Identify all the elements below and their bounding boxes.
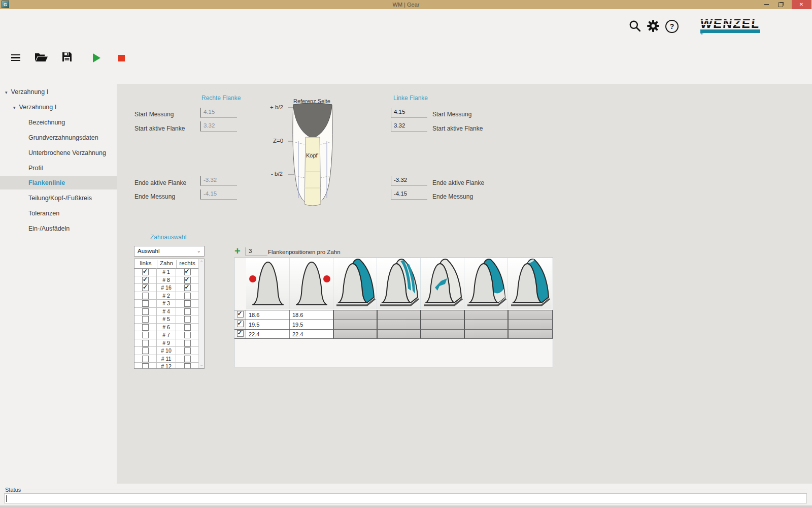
field-ende-messung-right[interactable]: -4.15 xyxy=(200,189,237,200)
sidebar-item-profil[interactable]: Profil xyxy=(28,165,43,172)
position-row-checkbox[interactable] xyxy=(237,321,244,327)
checkbox-rechts[interactable] xyxy=(184,332,191,338)
checkbox-links[interactable] xyxy=(142,316,149,323)
position-value-cell[interactable]: 22.4 xyxy=(246,330,290,338)
sidebar-item-verzahnung-root[interactable]: Verzahnung I xyxy=(5,88,48,96)
sidebar-item-grundverzahnungsdaten[interactable]: Grundverzahnungsdaten xyxy=(28,134,98,141)
checkbox-rechts[interactable] xyxy=(184,293,191,299)
position-value-cell[interactable]: 18.6 xyxy=(290,310,333,320)
zahn-row[interactable]: # 12 xyxy=(134,363,198,369)
checkbox-links[interactable] xyxy=(142,347,149,354)
scroll-up-icon[interactable] xyxy=(199,260,204,265)
help-icon[interactable]: ? xyxy=(665,20,679,33)
zahn-row[interactable]: # 16 xyxy=(134,284,198,292)
position-disabled-cell xyxy=(333,320,377,329)
checkbox-rechts[interactable] xyxy=(184,269,191,275)
zahn-row[interactable]: # 2 xyxy=(134,292,198,300)
open-folder-icon[interactable] xyxy=(35,51,48,65)
status-groupbox-line xyxy=(24,490,808,490)
field-start-aktive-right[interactable]: 3.32 xyxy=(200,121,237,132)
settings-gear-icon[interactable] xyxy=(647,19,660,35)
flank-icon-full-flank[interactable] xyxy=(333,258,377,309)
sidebar-item-verzahnung-child[interactable]: Verzahnung I xyxy=(13,104,56,111)
menu-icon[interactable] xyxy=(11,53,20,62)
checkbox-links[interactable] xyxy=(142,324,149,331)
logo-underline-bar xyxy=(700,29,760,33)
checkbox-links[interactable] xyxy=(142,284,149,291)
scroll-down-icon[interactable] xyxy=(199,363,204,367)
sidebar-item-unterbrochene-verzahnung[interactable]: Unterbrochene Verzahnung xyxy=(28,149,106,156)
stop-icon[interactable] xyxy=(118,55,125,61)
sidebar-item-teilung-kopf-fusskreis[interactable]: Teilung/Kopf-/Fußkreis xyxy=(28,195,92,202)
field-start-messung-right[interactable]: 4.15 xyxy=(200,108,237,118)
save-icon[interactable] xyxy=(61,51,73,65)
flank-icon-area-alt[interactable] xyxy=(508,258,552,309)
position-row-checkbox[interactable] xyxy=(237,311,244,318)
checkbox-links[interactable] xyxy=(142,356,149,362)
label-start-aktive-right: Start aktive Flanke xyxy=(134,125,185,132)
zahn-row[interactable]: # 4 xyxy=(134,308,198,316)
zahn-row[interactable]: # 1 xyxy=(134,268,198,276)
position-value-cell[interactable]: 19.5 xyxy=(290,320,333,329)
flank-icon-area[interactable] xyxy=(464,258,508,309)
flank-icon-single-point[interactable] xyxy=(421,258,464,309)
sidebar-item-flankenlinie[interactable]: Flankenlinie xyxy=(28,179,65,186)
position-value-cell[interactable]: 18.6 xyxy=(246,310,290,320)
search-icon[interactable] xyxy=(628,19,641,35)
checkbox-links[interactable] xyxy=(142,277,149,283)
field-ende-messung-left[interactable]: -4.15 xyxy=(391,189,427,200)
checkbox-links[interactable] xyxy=(142,293,149,299)
zahn-row[interactable]: # 3 xyxy=(134,300,198,308)
minimize-button[interactable] xyxy=(760,0,772,9)
flank-icon-lines[interactable] xyxy=(377,258,421,309)
position-value-cell[interactable]: 19.5 xyxy=(246,320,290,329)
checkbox-links[interactable] xyxy=(142,363,149,369)
checkbox-rechts[interactable] xyxy=(184,284,191,291)
zahn-row[interactable]: # 5 xyxy=(134,315,198,324)
checkbox-rechts[interactable] xyxy=(184,308,191,315)
field-ende-aktive-right[interactable]: -3.32 xyxy=(200,176,237,186)
close-button[interactable]: ✕ xyxy=(792,0,811,9)
sidebar-item-bezeichnung[interactable]: Bezeichnung xyxy=(28,119,65,126)
checkbox-links[interactable] xyxy=(142,269,149,275)
add-position-button[interactable]: + xyxy=(234,246,241,256)
run-play-icon[interactable] xyxy=(93,53,100,62)
zahn-row[interactable]: # 8 xyxy=(134,276,198,284)
field-ende-aktive-left[interactable]: -3.32 xyxy=(391,176,427,186)
sidebar-item-toleranzen[interactable]: Toleranzen xyxy=(28,210,59,217)
checkbox-rechts[interactable] xyxy=(184,300,191,307)
zahn-table-scrollbar[interactable] xyxy=(198,259,204,368)
zahn-number: # 5 xyxy=(157,315,176,323)
checkbox-links[interactable] xyxy=(142,308,149,315)
field-start-aktive-left[interactable]: 3.32 xyxy=(391,121,427,132)
flank-icon-point-left[interactable] xyxy=(246,258,290,309)
zahn-row[interactable]: # 11 xyxy=(134,355,198,363)
checkbox-links[interactable] xyxy=(142,332,149,338)
auswahl-dropdown[interactable]: Auswahl xyxy=(134,246,205,257)
positions-count-field[interactable]: 3 xyxy=(246,247,267,256)
checkbox-rechts[interactable] xyxy=(184,277,191,283)
position-value-cell[interactable]: 22.4 xyxy=(290,330,333,338)
checkbox-rechts[interactable] xyxy=(184,316,191,323)
status-bar-input[interactable] xyxy=(4,493,807,503)
position-row-checkbox[interactable] xyxy=(237,330,244,337)
checkbox-rechts[interactable] xyxy=(184,363,191,369)
maximize-button[interactable] xyxy=(774,0,787,9)
zahn-row[interactable]: # 7 xyxy=(134,331,198,339)
checkbox-links[interactable] xyxy=(142,340,149,346)
zahn-row[interactable]: # 10 xyxy=(134,347,198,355)
checkbox-rechts[interactable] xyxy=(184,340,191,346)
chevron-down-icon[interactable] xyxy=(13,105,16,110)
zahn-selection-table: links Zahn rechts # 1 # 8 # 16 # 2 # 3 #… xyxy=(134,259,205,369)
checkbox-rechts[interactable] xyxy=(184,356,191,362)
checkbox-rechts[interactable] xyxy=(184,324,191,331)
checkbox-links[interactable] xyxy=(142,300,149,307)
checkbox-rechts[interactable] xyxy=(184,347,191,354)
field-start-messung-left[interactable]: 4.15 xyxy=(391,108,427,118)
flank-icon-point-right[interactable] xyxy=(290,258,333,309)
sidebar-item-ein-ausfaedeln[interactable]: Ein-/Ausfädeln xyxy=(28,225,70,232)
chevron-down-icon[interactable] xyxy=(5,90,8,95)
zahn-row[interactable]: # 9 xyxy=(134,339,198,347)
flank-positions-panel: 18.6 18.6 19.5 19.5 22.4 22.4 xyxy=(234,258,553,367)
zahn-row[interactable]: # 6 xyxy=(134,324,198,332)
